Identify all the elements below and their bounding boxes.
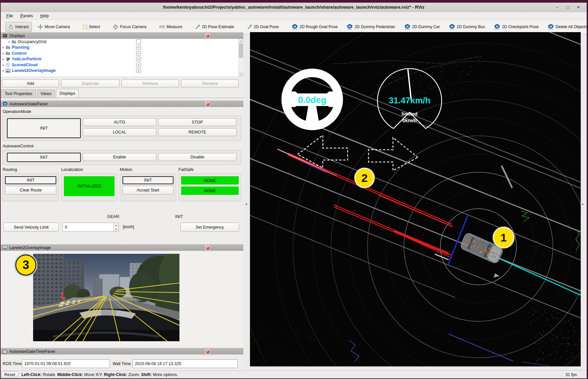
tree-item-lanelet2overlayimage[interactable]: ▸ Lanelet2OverlayImage ✓: [1, 68, 243, 74]
camera-overlay-image: [33, 254, 179, 341]
close-panel-button[interactable]: ✕: [205, 33, 210, 38]
fps-counter: 31 fps: [565, 372, 577, 377]
tree-item-control[interactable]: ▸ Control ✓: [1, 50, 243, 56]
motion-state[interactable]: INIT: [122, 176, 173, 184]
3d-viewport[interactable]: 0.0deg 31.47km/h limited 0km/h 2: [250, 32, 581, 366]
stop-button[interactable]: STOP: [158, 118, 236, 126]
tool-2d-pose-estimate[interactable]: 2D Pose Estimate: [192, 22, 237, 32]
gear-label: GEAR:: [107, 214, 120, 219]
menu-help[interactable]: Help: [37, 13, 52, 19]
datetime-panel-header[interactable]: AutowareDateTimePanel ✕: [1, 348, 243, 354]
tool-select[interactable]: Select: [80, 22, 103, 31]
tool-interact[interactable]: Interact: [5, 22, 32, 32]
expand-arrow-icon[interactable]: ▸: [3, 52, 4, 55]
clear-route-button[interactable]: Clear Route: [5, 186, 56, 194]
accept-start-button[interactable]: Accept Start: [122, 186, 173, 194]
operation-mode-state[interactable]: INIT: [7, 118, 81, 138]
expand-arrow-icon[interactable]: ▸: [3, 46, 4, 49]
expand-arrow-icon[interactable]: ▸: [9, 40, 10, 43]
scroll-up-icon[interactable]: ▲: [239, 39, 243, 43]
close-panel-button[interactable]: ✕: [205, 245, 210, 250]
tool-2d-rough-goal-pose[interactable]: WAutoware 2D Rough Goal Pose: [289, 22, 341, 32]
toolbar-drag-handle[interactable]: ⋮⋮: [2, 26, 5, 27]
minimize-icon[interactable]: –: [554, 4, 561, 11]
tool-2d-dummy-pedestrian[interactable]: WAutoware 2D Dummy Pedestrian: [344, 22, 398, 32]
window-border: [0, 0, 588, 3]
tree-item-scoredcloud[interactable]: ▸ ScoredCloud ✓: [1, 62, 243, 68]
tool-measure[interactable]: Measure: [156, 22, 185, 31]
velocity-limit-input[interactable]: [64, 223, 107, 231]
tool-move-camera[interactable]: Move Camera: [35, 22, 73, 32]
splitter-handle[interactable]: ······: [1, 77, 243, 79]
display-checkbox-4[interactable]: ✓: [136, 63, 141, 67]
splitter-dots[interactable]: ⋮⋮: [245, 189, 248, 192]
velocity-limit-spinner[interactable]: ▲▼: [63, 223, 119, 232]
routing-state[interactable]: INIT: [5, 176, 56, 184]
speed-value: 31.47km/h: [389, 95, 430, 105]
scroll-down-icon[interactable]: ▼: [239, 73, 243, 77]
tab-displays[interactable]: Displays: [56, 89, 79, 98]
displays-tree[interactable]: ▸ OccupancyGrid ▸ Planning ✓ ▸ Control ✓…: [1, 39, 243, 77]
tab-views[interactable]: Views: [37, 89, 55, 98]
ros-time-field[interactable]: [22, 359, 110, 368]
spin-up-icon: ▲: [114, 223, 119, 227]
svg-text:W: W: [349, 25, 352, 28]
wall-time-field[interactable]: [132, 359, 238, 368]
tree-scrollbar[interactable]: ▲ ▼: [238, 39, 243, 77]
tool-delete-all-objects[interactable]: WAutoware Delete All Objects: [545, 22, 588, 32]
tree-item-occupancygrid[interactable]: ▸ OccupancyGrid: [1, 39, 243, 45]
state-panel-header[interactable]: W AutowareStatePanel ✕: [1, 100, 243, 107]
display-checkbox-2[interactable]: ✓: [136, 51, 141, 56]
displays-icon: [3, 33, 7, 38]
scroll-thumb[interactable]: [239, 44, 243, 58]
spinner-arrows[interactable]: ▲▼: [113, 223, 119, 231]
tab-tool-properties[interactable]: Tool Properties: [1, 89, 36, 98]
tool-2d-dummy-bus[interactable]: WAutoware 2D Dummy Bus: [446, 22, 488, 32]
expand-arrow-icon[interactable]: ▸: [3, 63, 4, 67]
duplicate-display-button[interactable]: Duplicate: [61, 80, 120, 87]
window-border: [587, 0, 588, 379]
collapse-right-arrow[interactable]: ▸: [582, 202, 584, 206]
display-checkbox-1[interactable]: ✓: [136, 45, 141, 50]
image-panel-header[interactable]: Lanelet2OverlayImage ✕: [1, 244, 243, 251]
menu-panels[interactable]: Panels: [17, 13, 36, 19]
reset-button[interactable]: Reset: [1, 371, 18, 378]
disable-button[interactable]: Disable: [158, 153, 236, 161]
velocity-unit-label: [km/h]: [123, 225, 134, 229]
tool-2d-dummy-car[interactable]: WAutoware 2D Dummy Car: [401, 22, 443, 32]
help-text: Left-Click: Rotate. Middle-Click: Move X…: [22, 372, 178, 377]
set-emergency-button[interactable]: Set Emergency: [180, 223, 239, 232]
menu-file[interactable]: File: [3, 13, 16, 19]
remote-button[interactable]: REMOTE: [158, 128, 236, 136]
close-icon[interactable]: ✕: [575, 4, 582, 11]
send-velocity-limit-button[interactable]: Send Velocity Limit: [3, 223, 59, 232]
display-checkbox-0[interactable]: [136, 39, 141, 44]
maximize-icon[interactable]: □: [564, 4, 571, 11]
close-panel-button[interactable]: ✕: [205, 101, 210, 107]
display-checkbox-3[interactable]: ✓: [136, 57, 141, 61]
tool-2d-goal-pose[interactable]: 2D Goal Pose: [244, 22, 282, 32]
autoware-icon: WAutoware: [449, 24, 455, 30]
expand-arrow-icon[interactable]: ▸: [3, 57, 4, 61]
local-button[interactable]: LOCAL: [83, 128, 156, 136]
title-bar[interactable]: /home/kentoyabuuchi2/Projects/yabloc_aut…: [1, 3, 587, 12]
splitter-handle[interactable]: ······: [1, 239, 243, 241]
enable-button[interactable]: Enable: [83, 153, 156, 161]
tool-2d-checkpoint-pose[interactable]: WAutoware 2D Checkpoint Pose: [491, 22, 542, 32]
tree-item-yablocparticle[interactable]: ▸ YabLocParticle ✓: [1, 56, 243, 62]
add-display-button[interactable]: Add: [2, 80, 59, 87]
expand-arrow-icon[interactable]: ▸: [3, 69, 4, 72]
speed-limit-value: 0km/h: [402, 118, 416, 123]
autoware-icon: W: [3, 101, 8, 106]
auto-button[interactable]: AUTO: [83, 118, 156, 126]
autoware-control-state[interactable]: INIT: [7, 153, 81, 162]
splitter-handle[interactable]: ······: [1, 346, 243, 348]
collapse-left-arrow[interactable]: ◂: [245, 202, 247, 206]
displays-panel-header[interactable]: Displays ✕: [1, 32, 243, 39]
close-panel-button[interactable]: ✕: [205, 349, 210, 354]
rename-display-button[interactable]: Rename: [181, 80, 239, 87]
tree-item-planning[interactable]: ▸ Planning ✓: [1, 45, 243, 51]
display-checkbox-5[interactable]: ✓: [136, 68, 141, 73]
tool-focus-camera[interactable]: Focus Camera: [110, 22, 149, 32]
remove-display-button[interactable]: Remove: [122, 80, 179, 87]
